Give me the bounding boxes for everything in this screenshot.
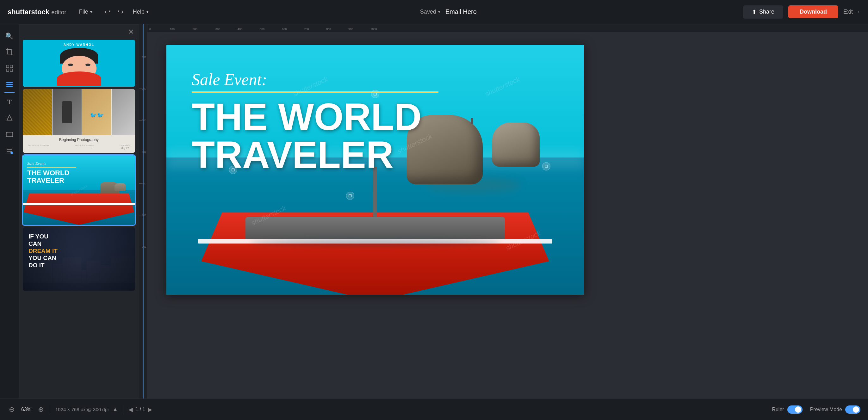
tmpl4-line5: DO IT (28, 262, 58, 269)
sidebar-layers-button[interactable]: + (3, 144, 17, 158)
main-content: 🔍 (0, 24, 868, 398)
file-menu-chevron: ▾ (90, 9, 92, 14)
tmpl1-label: ANDY WARHOL (64, 43, 94, 46)
panels-panel: ✕ ANDY WARHOL (19, 24, 139, 398)
saved-label: Saved (420, 8, 436, 15)
ruler-marks-container: 0 100 200 300 400 500 600 (149, 24, 377, 32)
canvas-yellow-line (192, 91, 438, 93)
canvas-world-line1: THE WORLD (192, 98, 438, 136)
share-label: Share (759, 8, 774, 15)
preview-mode-label: Preview Mode (810, 407, 842, 412)
share-icon: ⬆ (752, 8, 757, 15)
template-list: ANDY WARHOL (19, 40, 139, 398)
canvas-dimensions: 1024 × 768 px @ 300 dpi (55, 407, 108, 412)
tmpl3-world: THE WORLDTRAVELER (27, 169, 76, 184)
ruler-mark-800: 800 (326, 28, 331, 31)
panels-icon (6, 81, 13, 90)
horizontal-ruler: 0 100 200 300 400 500 600 (147, 24, 868, 32)
nav-menu: File ▾ ↩ ↪ Help ▾ (74, 5, 154, 19)
ruler-mark-300: 300 (215, 28, 220, 31)
center-area: Saved ▾ Email Hero (154, 8, 743, 15)
zoom-value: 63% (18, 407, 34, 412)
logo-editor: editor (51, 9, 66, 15)
svg-rect-11 (6, 86, 13, 87)
document-name: Email Hero (445, 8, 477, 15)
panel-header: ✕ (19, 24, 139, 40)
help-menu-chevron: ▾ (147, 9, 149, 14)
logo-area: shutterstock editor (8, 8, 66, 16)
svg-text:+: + (11, 152, 12, 154)
saved-chevron: ▾ (438, 9, 440, 14)
person-silhouette (471, 118, 473, 124)
canvas-info: 1024 × 768 px @ 300 dpi ▲ (55, 406, 118, 413)
saved-status-button[interactable]: Saved ▾ (420, 8, 440, 15)
file-menu-button[interactable]: File ▾ (74, 6, 97, 18)
tmpl2-detail1-label: the school location (28, 144, 49, 147)
svg-rect-0 (7, 50, 12, 54)
file-menu-label: File (79, 8, 88, 15)
canvas-area: 0 100 200 300 400 500 600 (147, 24, 868, 398)
undo-button[interactable]: ↩ (101, 5, 113, 19)
page-up-button[interactable]: ▲ (112, 406, 118, 413)
tmpl4-line2: CAN (28, 240, 58, 248)
template-thumb-1[interactable]: ANDY WARHOL (23, 40, 135, 87)
design-canvas[interactable]: shutterstock shutterstock shutterstock s… (166, 45, 584, 295)
prev-page-button[interactable]: ◀ (128, 406, 133, 413)
help-menu-button[interactable]: Help ▾ (128, 6, 154, 18)
tmpl2-detail3-label: day, date (120, 144, 130, 147)
canvas-text-overlay[interactable]: Sale Event: THE WORLD TRAVELER (192, 70, 438, 174)
svg-rect-8 (10, 69, 13, 71)
top-navigation: shutterstock editor File ▾ ↩ ↪ Help ▾ Sa… (0, 0, 868, 24)
ruler-mark-100: 100 (170, 28, 175, 31)
canvas-scroll[interactable]: shutterstock shutterstock shutterstock s… (147, 32, 868, 398)
ruler-mark-500: 500 (260, 28, 265, 31)
exit-label: Exit (843, 8, 853, 15)
sidebar-text-button[interactable]: T (3, 95, 17, 109)
svg-rect-5 (6, 65, 9, 68)
zoom-in-icon: ⊕ (38, 406, 44, 413)
close-panel-button[interactable]: ✕ (128, 28, 134, 36)
texture-icon (6, 65, 13, 73)
ruler-mark-400: 400 (238, 28, 242, 31)
ruler-toggle[interactable] (787, 406, 803, 414)
undo-redo-group: ↩ ↪ (101, 5, 127, 19)
divider-1 (50, 405, 50, 414)
share-button[interactable]: ⬆ Share (743, 5, 783, 19)
redo-button[interactable]: ↪ (115, 5, 127, 19)
divider-2 (123, 405, 123, 414)
exit-button[interactable]: Exit → (843, 8, 860, 15)
bottom-bar: ⊖ 63% ⊕ 1024 × 768 px @ 300 dpi ▲ ◀ 1 / … (0, 398, 868, 420)
download-button[interactable]: Download (788, 5, 838, 18)
next-page-icon: ▶ (148, 407, 152, 413)
next-page-button[interactable]: ▶ (148, 406, 152, 413)
sidebar-panels-button[interactable] (3, 78, 17, 92)
focus-handle-bottom (346, 192, 354, 200)
ruler-mark-200: 200 (193, 28, 197, 31)
sidebar-texture-button[interactable] (3, 62, 17, 76)
tmpl2-title: Beginning Photography (27, 137, 131, 142)
sidebar-icons: 🔍 (0, 24, 19, 398)
tmpl2-detail2-label: instructor's name (75, 144, 94, 147)
right-actions: ⬆ Share Download Exit → (743, 5, 860, 19)
sidebar-shapes-button[interactable] (3, 111, 17, 125)
canvas-world-line2: TRAVELER (192, 136, 438, 174)
zoom-out-icon: ⊖ (9, 406, 14, 413)
tmpl2-detail3-val: May 25 (121, 147, 129, 150)
template-thumb-3[interactable]: Sale Event: THE WORLDTRAVELER shuttersto… (23, 155, 135, 225)
logo-shutterstock: shutterstock (8, 8, 49, 16)
zoom-in-button[interactable]: ⊕ (37, 404, 45, 415)
page-info: 1 / 1 (135, 407, 145, 412)
template-thumb-4[interactable]: IF YOU CAN DREAM IT YOU CAN DO IT (23, 227, 135, 291)
svg-rect-13 (6, 132, 13, 137)
zoom-out-button[interactable]: ⊖ (8, 404, 16, 415)
template-thumb-2[interactable]: 🐦🐦 Beginning Photography the school loca… (23, 89, 135, 153)
canvas-boat-deck (245, 217, 505, 239)
canvas-rock-2 (492, 122, 540, 167)
page-up-icon: ▲ (112, 406, 118, 412)
sidebar-folders-button[interactable] (3, 128, 17, 142)
sidebar-crop-button[interactable] (3, 45, 17, 60)
preview-mode-toggle[interactable] (845, 406, 860, 414)
canvas-sale-text: Sale Event: (192, 70, 438, 89)
vertical-ruler-content: 100 200 300 400 500 600 (139, 24, 147, 398)
sidebar-search-button[interactable]: 🔍 (3, 29, 17, 43)
